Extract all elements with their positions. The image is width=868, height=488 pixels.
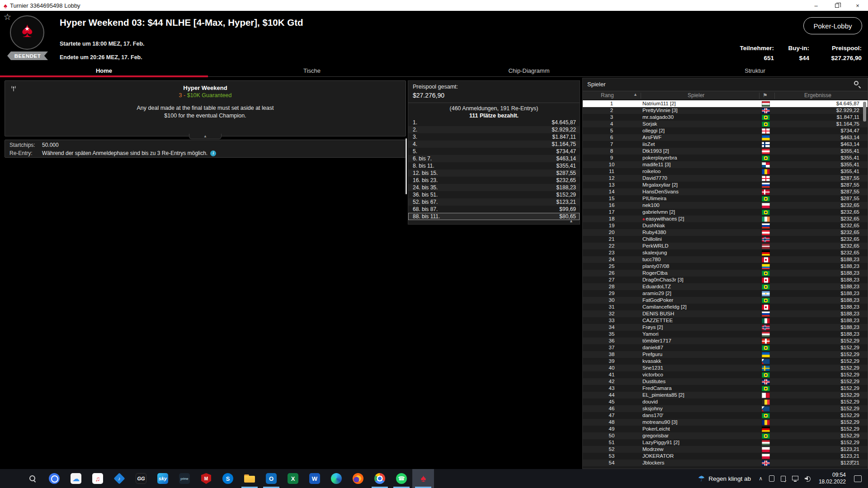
player-row[interactable]: 16nek100$232,65 [583,202,868,209]
taskbar-start-icon[interactable] [0,469,22,488]
player-row[interactable]: 3mr.salgado30$1.847,11 [583,114,868,121]
player-row[interactable]: 33CAZZETTEE$188,23 [583,317,868,324]
player-row[interactable]: 24tucc780$188,23 [583,256,868,263]
tab-tische[interactable]: Tische [208,64,416,77]
tray-chevron-up-icon[interactable]: ∧ [759,475,763,482]
taskbar-sky-icon[interactable]: sky [152,469,174,488]
players-scrollbar-thumb[interactable] [863,102,866,122]
network-icon[interactable] [792,477,798,480]
player-row[interactable]: 13Mrgalaxyliar [2]$287,55 [583,182,868,188]
player-row[interactable]: 11roikeloo$355,41 [583,168,868,175]
column-header-rank[interactable]: Rang [601,92,614,99]
player-row[interactable]: 28EduardoLTZ$188,23 [583,283,868,290]
search-icon[interactable] [854,81,861,88]
taskbar-itunes-icon[interactable]: ♫ [87,469,108,488]
player-row[interactable]: 7iisZet$463,14 [583,141,868,148]
player-row[interactable]: 32DENIS BUSH$188,23 [583,310,868,317]
weather-widget[interactable]: ☂ Regen klingt ab [693,469,755,488]
close-button[interactable]: × [847,0,868,11]
tablet-mode-icon[interactable] [769,475,774,482]
column-header-results[interactable]: Ergebnisse [804,92,831,99]
volume-icon[interactable] [805,476,811,481]
player-row[interactable]: 5olleggi [2]$734,47 [583,127,868,134]
player-row[interactable]: 30FatGodPoker$188,23 [583,297,868,304]
player-row[interactable]: 34Frøys [2]$188,23 [583,324,868,331]
player-row[interactable]: 45douvid$152,29 [583,399,868,405]
flag-column-icon[interactable]: ⚑ [763,92,768,99]
player-row[interactable]: 46sksjohny$152,29 [583,405,868,412]
taskbar-outlook-icon[interactable]: O [260,469,282,488]
player-row[interactable]: 2PrettyVinnie [3]$2.929,22 [583,107,868,114]
minimize-button[interactable]: – [806,0,826,11]
taskbar-word-icon[interactable]: W [304,469,326,488]
taskbar-pokerstars-icon[interactable]: ♠ [412,469,434,488]
player-row[interactable]: 20Ruby4380$232,65 [583,229,868,236]
taskbar-chrome-icon[interactable] [369,469,391,488]
player-row[interactable]: 22PerkWRLD$232,65 [583,243,868,249]
taskbar-excel-icon[interactable]: X [282,469,304,488]
player-row[interactable]: 36tömbler1717$152,29 [583,338,868,344]
player-row[interactable]: 40Sne1231$152,29 [583,365,868,371]
player-row[interactable]: 42Dustitutes$152,29 [583,378,868,385]
favorite-star-icon[interactable]: ☆ [4,12,11,22]
poker-lobby-button[interactable]: Poker-Lobby [803,17,862,34]
tab-chip-diagramm[interactable]: Chip-Diagramm [416,64,642,77]
player-row[interactable]: 14HansDenSvans$287,55 [583,188,868,195]
scroll-down-chevron[interactable]: ▼ [850,459,855,464]
player-row[interactable]: 39kvasakk$152,29 [583,358,868,365]
column-header-player[interactable]: Spieler [688,92,704,99]
player-row[interactable]: 9pokerplayerbra$355,41 [583,155,868,161]
player-row[interactable]: 53JOKERATOR$123,21 [583,453,868,460]
player-row[interactable]: 10madife11 [3]$355,41 [583,161,868,168]
taskbar-skype-icon[interactable]: S [217,469,239,488]
tab-home[interactable]: Home [0,64,208,77]
collapse-info-chevron[interactable]: ▲ [189,134,222,139]
taskbar-file-explorer-icon[interactable] [239,469,260,488]
taskbar-firefox-icon[interactable] [347,469,369,488]
taskbar-search-icon[interactable] [22,469,43,488]
player-row[interactable]: 25planty07/08$188,23 [583,263,868,270]
player-row[interactable]: 49PokerLeicht$152,29 [583,426,868,432]
player-row[interactable]: 51LazyPiggy91 [2]$152,29 [583,439,868,446]
player-row[interactable]: 37danieldl7$152,29 [583,344,868,351]
player-row[interactable]: 52Modrzew$123,21 [583,446,868,453]
player-row[interactable]: 1Natrium111 [2]$4.645,87 [583,100,868,107]
player-row[interactable]: 43FredCamara$152,29 [583,385,868,392]
player-row[interactable]: 6ArsFWF$463,14 [583,134,868,141]
player-row[interactable]: 19DushNiak$232,65 [583,222,868,229]
taskbar-edge-icon[interactable] [326,469,347,488]
player-row[interactable]: 48motreanu90 [3]$152,29 [583,419,868,426]
player-row[interactable]: 29aramio29 [2]$188,23 [583,290,868,297]
taskbar-signal-icon[interactable] [43,469,65,488]
restore-button[interactable] [826,0,847,11]
player-row[interactable]: 38Prefguru$152,29 [583,351,868,358]
taskbar-ggpoker-icon[interactable]: GG [130,469,152,488]
player-row[interactable]: 27Drag0nChas3r [3]$188,23 [583,277,868,283]
taskbar-imazing-icon[interactable]: ♪ [108,469,130,488]
player-row[interactable]: 21Chillolini$232,65 [583,236,868,243]
player-row[interactable]: 50gregorisbar$152,29 [583,432,868,439]
usb-device-icon[interactable] [781,476,786,482]
taskbar-whatsapp-icon[interactable]: ☎ [391,469,412,488]
player-row[interactable]: 23skalexjung$232,65 [583,249,868,256]
player-row[interactable]: 17gabrielvmn [2]$232,65 [583,209,868,216]
player-row[interactable]: 47dans170'$152,29 [583,412,868,419]
player-row[interactable]: 31Camilancefieldg [2]$188,23 [583,304,868,310]
player-row[interactable]: 41victorbco$152,29 [583,371,868,378]
sort-ascending-icon[interactable]: ▲ [633,92,637,97]
player-row[interactable]: 4Sorjak$1.164,75 [583,121,868,127]
taskbar-mcafee-icon[interactable]: M [195,469,217,488]
player-row[interactable]: 26RogerCtba$188,23 [583,270,868,277]
info-icon[interactable]: i [210,150,216,156]
tab-struktur[interactable]: Struktur [642,64,868,77]
taskbar-prime-video-icon[interactable]: prime [174,469,195,488]
prize-scrollbar-thumb[interactable] [406,138,407,194]
player-row[interactable]: 12David7770$287,55 [583,175,868,182]
clock[interactable]: 09:54 18.02.2022 [819,472,846,485]
player-row[interactable]: 8Dtk1993 [2]$355,41 [583,148,868,155]
player-row[interactable]: 54Jblockers$123,21 [583,460,868,466]
action-center-icon[interactable] [854,475,862,482]
player-row[interactable]: 15PIUlimeira$287,55 [583,195,868,202]
taskbar-icloud-icon[interactable]: ☁ [65,469,87,488]
player-row[interactable]: 35Yamori$188,23 [583,331,868,338]
